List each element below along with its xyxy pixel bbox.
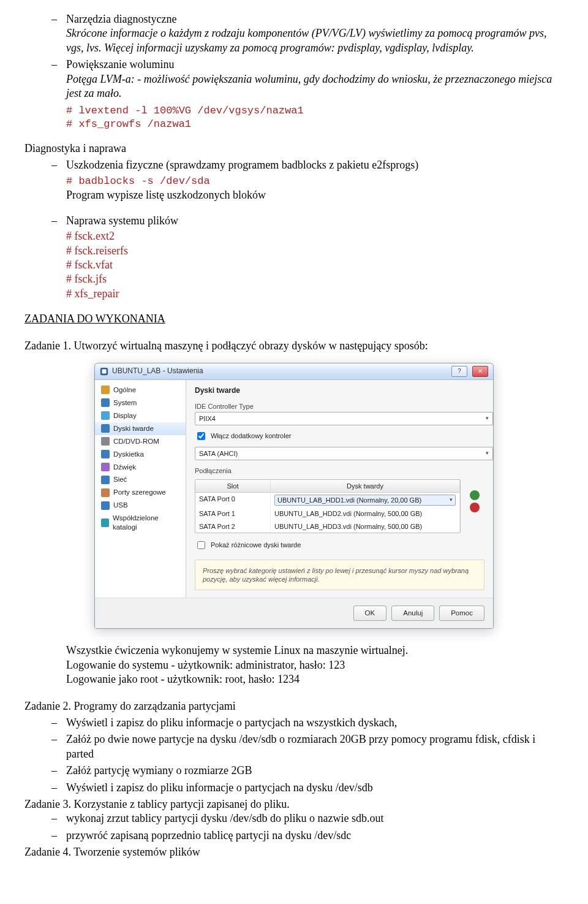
list-item: wykonaj zrzut tablicy partycji dysku /de… xyxy=(66,811,564,826)
ide-type-value: PIIX4 xyxy=(199,414,216,423)
cell-slot: SATA Port 0 xyxy=(195,493,271,507)
extra-controller-label: Włącz dodatkowy kontroler xyxy=(211,431,291,440)
sidebar-item-icon xyxy=(101,386,110,394)
sidebar-item-icon xyxy=(101,437,110,446)
sidebar-item-icon xyxy=(101,450,110,458)
diff-disks-checkbox[interactable]: Pokaż różnicowe dyski twarde xyxy=(195,539,484,551)
dash-bullet: – xyxy=(51,12,66,55)
sidebar-item-icon xyxy=(101,488,110,497)
sidebar-item-wsp-dzielone-katalogi[interactable]: Współdzielone katalogi xyxy=(95,512,186,534)
fsck-command: # fsck.vfat xyxy=(66,258,564,272)
task-1: Zadanie 1. Utworzyć wirtualną maszynę i … xyxy=(24,339,564,353)
volume-enlarge-desc: Potęga LVM-a: - możliwość powiększania w… xyxy=(66,73,552,99)
sidebar-item-label: CD/DVD-ROM xyxy=(113,437,159,446)
main-panel-title: Dyski twarde xyxy=(195,386,484,396)
task-2: Zadanie 2. Programy do zarządzania party… xyxy=(24,699,564,713)
vbox-icon xyxy=(100,367,108,376)
task-4: Zadanie 4. Tworzenie systemów plików xyxy=(24,845,564,859)
cell-disk: UBUNTU_LAB_HDD3.vdi (Normalny, 500,00 GB… xyxy=(271,520,460,533)
diff-disks-input[interactable] xyxy=(197,541,205,549)
post-note-3: Logowanie jako root - użytkownik: root, … xyxy=(66,672,564,686)
dash-bullet: – xyxy=(51,732,66,761)
help-hint: Proszę wybrać kategorię ustawień z listy… xyxy=(195,560,484,591)
table-row[interactable]: SATA Port 0UBUNTU_LAB_HDD1.vdi (Normalny… xyxy=(195,493,460,507)
remove-disk-icon[interactable] xyxy=(470,503,480,512)
dash-bullet: – xyxy=(51,811,66,826)
sidebar-item-d-wi-k[interactable]: Dźwięk xyxy=(95,461,186,474)
sidebar-item-icon xyxy=(101,476,110,484)
code-lvextend: # lvextend -l 100%VG /dev/vgsys/nazwa1 xyxy=(66,104,564,118)
badblocks-output-desc: Program wypisze listę uszkodzonych blokó… xyxy=(66,188,564,202)
list-item: przywróć zapisaną poprzednio tablicę par… xyxy=(66,829,564,843)
sidebar-item-sie-[interactable]: Sieć xyxy=(95,473,186,486)
sidebar-item-label: Display xyxy=(113,411,137,420)
sidebar-item-porty-szeregowe[interactable]: Porty szeregowe xyxy=(95,486,186,499)
sidebar-item-og-lne[interactable]: Ogólne xyxy=(95,384,186,397)
sidebar-item-icon xyxy=(101,424,110,433)
sidebar-item-usb[interactable]: USB xyxy=(95,499,186,512)
sidebar-item-cd-dvd-rom[interactable]: CD/DVD-ROM xyxy=(95,435,186,448)
cell-disk: UBUNTU_LAB_HDD1.vdi (Normalny, 20,00 GB)… xyxy=(271,493,460,507)
tasks-heading: ZADANIA DO WYKONANIA xyxy=(24,312,564,326)
sidebar-item-system[interactable]: System xyxy=(95,397,186,409)
col-header-disk: Dysk twardy xyxy=(271,480,460,492)
sidebar-item-icon xyxy=(101,518,109,527)
ide-type-select[interactable]: PIIX4 ▾ xyxy=(195,412,493,425)
sidebar-item-label: System xyxy=(113,398,137,408)
chevron-down-icon: ▾ xyxy=(486,450,489,457)
fsck-command: # xfs_repair xyxy=(66,287,564,301)
sidebar-item-dyskietka[interactable]: Dyskietka xyxy=(95,448,186,461)
dash-bullet: – xyxy=(51,716,66,730)
sidebar-item-icon xyxy=(101,398,110,407)
sidebar-item-label: Dźwięk xyxy=(113,463,136,472)
sidebar-item-display[interactable]: Display xyxy=(95,409,186,422)
sidebar-item-label: Sieć xyxy=(113,475,127,484)
fsck-command: # fsck.jfs xyxy=(66,272,564,286)
dash-bullet: – xyxy=(51,214,66,301)
sidebar-item-dyski-twarde[interactable]: Dyski twarde xyxy=(95,422,186,435)
list-item: Wyświetl i zapisz do pliku informacje o … xyxy=(66,781,564,795)
fsck-command: # fsck.reiserfs xyxy=(66,244,564,258)
sidebar-item-label: Dyskietka xyxy=(113,450,144,459)
help-window-button[interactable]: ? xyxy=(451,366,467,377)
dash-bullet: – xyxy=(51,781,66,795)
cancel-button[interactable]: Anuluj xyxy=(391,606,434,621)
disks-table: Slot Dysk twardy SATA Port 0UBUNTU_LAB_H… xyxy=(195,479,461,533)
post-note-1: Wszystkie ćwiczenia wykonujemy w systemi… xyxy=(66,644,564,658)
add-disk-icon[interactable] xyxy=(470,490,480,500)
sidebar: OgólneSystemDisplayDyski twardeCD/DVD-RO… xyxy=(95,380,186,598)
sata-type-select[interactable]: SATA (AHCI) ▾ xyxy=(195,447,493,460)
ide-type-label: IDE Controller Type xyxy=(195,402,484,411)
cell-slot: SATA Port 1 xyxy=(195,507,271,520)
sidebar-item-icon xyxy=(101,463,110,471)
window-title: UBUNTU_LAB - Ustawienia xyxy=(112,367,447,376)
help-button[interactable]: Pomoc xyxy=(439,606,484,621)
sidebar-item-label: USB xyxy=(113,501,128,510)
diff-disks-label: Pokaż różnicowe dyski twarde xyxy=(211,541,301,549)
code-xfs-growfs: # xfs_growfs /nazwa1 xyxy=(66,118,564,131)
col-header-slot: Slot xyxy=(195,480,271,492)
table-row[interactable]: SATA Port 2UBUNTU_LAB_HDD3.vdi (Normalny… xyxy=(195,520,460,533)
virtualbox-settings-window: UBUNTU_LAB - Ustawienia ? ✕ OgólneSystem… xyxy=(94,363,494,629)
attachments-label: Podłączenia xyxy=(195,466,484,475)
sidebar-item-label: Dyski twarde xyxy=(113,424,154,433)
list-item: Wyświetl i zapisz do pliku informacje o … xyxy=(66,716,564,730)
svg-rect-1 xyxy=(102,369,107,373)
fsck-command: # fsck.ext2 xyxy=(66,229,564,243)
post-note-2: Logowanie do systemu - użytkownik: admin… xyxy=(66,658,564,672)
table-row[interactable]: SATA Port 1UBUNTU_LAB_HDD2.vdi (Normalny… xyxy=(195,507,460,520)
ok-button[interactable]: OK xyxy=(353,606,387,621)
badblocks-desc: Uszkodzenia fizyczne (sprawdzamy program… xyxy=(66,159,418,171)
extra-controller-checkbox[interactable]: Włącz dodatkowy kontroler xyxy=(195,430,484,442)
close-window-button[interactable]: ✕ xyxy=(472,366,488,377)
sata-type-value: SATA (AHCI) xyxy=(199,449,238,458)
sidebar-item-label: Porty szeregowe xyxy=(113,488,166,497)
list-item: Załóż po dwie nowe partycje na dysku /de… xyxy=(66,732,564,761)
diag-repair-heading: Diagnostyka i naprawa xyxy=(24,142,564,156)
dash-bullet: – xyxy=(51,58,66,131)
cell-disk: UBUNTU_LAB_HDD2.vdi (Normalny, 500,00 GB… xyxy=(271,507,460,520)
chevron-down-icon: ▾ xyxy=(486,415,489,422)
cell-slot: SATA Port 2 xyxy=(195,520,271,533)
sidebar-item-icon xyxy=(101,411,110,420)
extra-controller-input[interactable] xyxy=(197,432,205,440)
